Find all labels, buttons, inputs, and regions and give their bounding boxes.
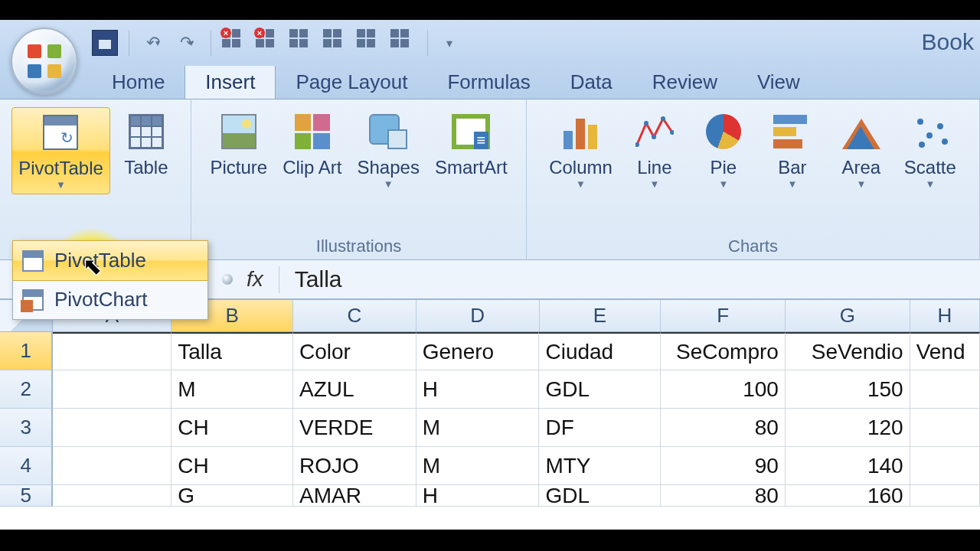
clipart-button[interactable]: Clip Art <box>276 107 348 180</box>
cell[interactable]: 150 <box>786 370 910 409</box>
qat-customize[interactable]: ▾ <box>439 30 465 56</box>
cell[interactable]: 120 <box>786 409 910 447</box>
save-button[interactable] <box>92 30 118 56</box>
qat-tool-1[interactable]: × <box>222 30 248 56</box>
row-header[interactable]: 5 <box>0 485 53 507</box>
cell[interactable]: H <box>416 485 540 507</box>
bar-chart-button[interactable]: Bar ▼ <box>760 107 825 193</box>
cell[interactable]: VERDE <box>293 409 416 447</box>
cell[interactable]: DF <box>539 409 661 447</box>
tab-insert[interactable]: Insert <box>185 64 276 99</box>
column-header-d[interactable]: D <box>416 300 540 331</box>
column-header-h[interactable]: H <box>910 300 980 331</box>
column-header-c[interactable]: C <box>293 300 416 331</box>
cell[interactable] <box>53 332 172 370</box>
qat-tool-4[interactable] <box>323 30 349 56</box>
column-header-f[interactable]: F <box>661 300 786 331</box>
row-header[interactable]: 3 <box>0 409 53 447</box>
tab-review[interactable]: Review <box>632 64 737 99</box>
cell[interactable]: MTY <box>539 447 661 485</box>
cell[interactable]: M <box>416 409 540 447</box>
table-icon <box>129 114 164 149</box>
cell[interactable]: M <box>416 447 540 485</box>
row-header[interactable]: 2 <box>0 370 53 409</box>
cell[interactable]: 140 <box>786 447 910 485</box>
chevron-down-icon: ▼ <box>718 178 728 190</box>
cell[interactable]: Ciudad <box>539 332 661 370</box>
cell[interactable]: 160 <box>786 485 910 507</box>
row-header[interactable]: 4 <box>0 447 53 485</box>
cell[interactable] <box>53 370 172 409</box>
cancel-formula-icon[interactable] <box>222 274 233 285</box>
letterbox-bottom <box>0 530 980 551</box>
pie-chart-button[interactable]: Pie ▼ <box>691 107 756 193</box>
picture-button[interactable]: Picture <box>204 107 273 180</box>
column-chart-button[interactable]: Column ▼ <box>543 107 619 193</box>
tab-home[interactable]: Home <box>92 64 185 99</box>
undo-button[interactable]: ↶▾ <box>140 30 166 56</box>
cell[interactable] <box>910 409 980 447</box>
cell[interactable] <box>910 447 980 485</box>
cell[interactable] <box>53 485 172 507</box>
row-header[interactable]: 1 <box>0 332 53 370</box>
chevron-down-icon: ▼ <box>576 178 586 190</box>
area-chart-button[interactable]: Area ▼ <box>828 107 894 193</box>
fx-icon[interactable]: fx <box>247 267 263 292</box>
cell[interactable]: 90 <box>661 447 786 485</box>
cell[interactable]: AMAR <box>293 485 416 507</box>
scatter-chart-label: Scatte <box>904 158 956 177</box>
cell[interactable]: AZUL <box>293 370 416 409</box>
cell[interactable]: H <box>416 370 540 409</box>
shapes-button[interactable]: Shapes ▼ <box>351 107 425 193</box>
titlebar: ↶▾ ↷▾ × × ▾ Book <box>0 20 980 66</box>
redo-button[interactable]: ↷▾ <box>174 30 200 56</box>
area-chart-icon <box>842 114 880 149</box>
cell[interactable]: 80 <box>661 485 786 507</box>
cell[interactable]: Vend <box>910 332 980 370</box>
cell[interactable]: ROJO <box>293 447 416 485</box>
tab-formulas[interactable]: Formulas <box>427 64 550 99</box>
group-label-illustrations: Illustrations <box>198 235 520 258</box>
qat-tool-5[interactable] <box>357 30 383 56</box>
tab-view[interactable]: View <box>737 64 820 99</box>
tab-page-layout[interactable]: Page Layout <box>276 64 427 99</box>
cell[interactable]: Color <box>293 332 416 370</box>
picture-label: Picture <box>210 158 267 177</box>
cell[interactable]: GDL <box>539 370 661 409</box>
cell[interactable]: 100 <box>661 370 786 409</box>
svg-point-3 <box>661 116 665 121</box>
pivottable-button[interactable]: PivotTable ▼ <box>11 107 110 194</box>
cell[interactable]: Genero <box>416 332 540 370</box>
office-button[interactable] <box>11 28 78 95</box>
ribbon: PivotTable ▼ Table Picture Clip Art Shap… <box>0 99 980 260</box>
column-header-e[interactable]: E <box>540 300 662 331</box>
cell[interactable] <box>910 485 980 507</box>
cell[interactable]: M <box>172 370 293 409</box>
cell[interactable]: 80 <box>661 409 786 447</box>
cell[interactable]: SeVendio <box>786 332 910 370</box>
tab-data[interactable]: Data <box>550 64 632 99</box>
cell[interactable]: CH <box>172 409 293 447</box>
column-header-g[interactable]: G <box>786 300 910 331</box>
line-chart-button[interactable]: Line ▼ <box>622 107 688 193</box>
line-chart-icon <box>635 114 674 149</box>
worksheet-grid[interactable]: 1 Talla Color Genero Ciudad SeCompro SeV… <box>0 332 980 507</box>
formula-input[interactable]: Talla <box>279 266 342 292</box>
cell[interactable] <box>53 409 172 447</box>
qat-tool-6[interactable] <box>390 30 416 56</box>
cell[interactable]: SeCompro <box>661 332 786 370</box>
qat-tool-3[interactable] <box>289 30 315 56</box>
cell[interactable]: G <box>172 485 293 507</box>
dropdown-pivottable[interactable]: PivotTable <box>12 240 208 281</box>
cell[interactable]: Talla <box>172 332 293 370</box>
cell[interactable] <box>910 370 980 409</box>
scatter-chart-button[interactable]: Scatte ▼ <box>897 107 963 193</box>
cell[interactable]: GDL <box>539 485 661 507</box>
cell[interactable]: CH <box>172 447 293 485</box>
table-button[interactable]: Table <box>113 107 179 180</box>
qat-tool-2[interactable]: × <box>256 30 282 56</box>
smartart-button[interactable]: SmartArt <box>429 107 514 180</box>
chevron-down-icon: ▼ <box>925 178 935 190</box>
cell[interactable] <box>53 447 172 485</box>
dropdown-pivotchart[interactable]: PivotChart <box>13 280 207 319</box>
